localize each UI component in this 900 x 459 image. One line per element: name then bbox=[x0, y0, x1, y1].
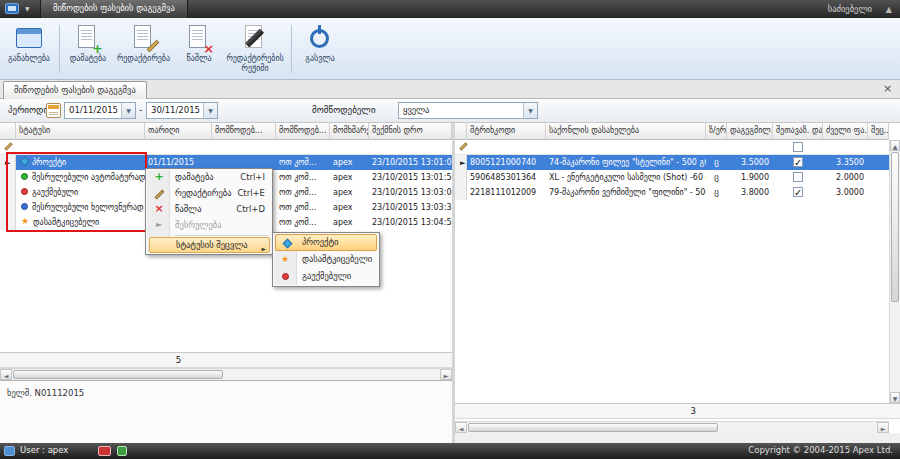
quick-access-caret-icon[interactable]: ▼ bbox=[25, 5, 30, 12]
edit-mode-button-label: რედაქტირების რეჟიმი bbox=[226, 54, 283, 73]
right-horizontal-scrollbar[interactable]: ◄ ► bbox=[455, 421, 889, 433]
exit-button[interactable]: გასვლა bbox=[297, 21, 343, 77]
edit-mode-button[interactable]: რედაქტირების რეჟიმი bbox=[224, 21, 286, 77]
auto-filter-row[interactable] bbox=[0, 140, 452, 155]
tab-price-planning[interactable]: მიწოდების ფასების დაგეგმვა bbox=[3, 81, 147, 99]
to-approve-status-icon: ★ bbox=[278, 252, 294, 267]
tab-close-icon[interactable]: × bbox=[881, 83, 894, 96]
cell-unit: ც bbox=[706, 170, 727, 185]
menu-item-edit[interactable]: რედაქტირება Ctrl+E bbox=[147, 186, 271, 202]
add-button[interactable]: + დამატება bbox=[65, 21, 111, 77]
ribbon-collapse-icon[interactable]: ▲ bbox=[886, 1, 892, 18]
focused-row-icon: ► bbox=[458, 159, 465, 167]
search-link[interactable]: საძიებელი bbox=[828, 1, 872, 18]
table-row[interactable]: 5906485301364 XL - ენერგეტიკული სასმელი … bbox=[455, 170, 900, 185]
edit-mode-icon bbox=[241, 24, 269, 52]
cell-status: შესრულებული ავტომატურად bbox=[16, 170, 145, 185]
header-supplier-1[interactable]: მომწოდებ... bbox=[212, 123, 276, 140]
context-menu: + დამატება Ctrl+I რედაქტირება Ctrl+E × წ… bbox=[145, 168, 273, 255]
header-status[interactable]: სტატუსი bbox=[16, 123, 145, 140]
scrollbar-thumb[interactable] bbox=[468, 423, 718, 432]
offer-checkbox[interactable] bbox=[793, 187, 803, 197]
cell-old-price: 2.0000 bbox=[823, 170, 868, 185]
date-to-field[interactable]: 30/11/2015 ▼ bbox=[146, 102, 218, 119]
menu-item-label: წაშლა bbox=[175, 204, 201, 214]
add-icon: + bbox=[74, 24, 102, 52]
cell-created: 23/10/2015 13:03:04 bbox=[369, 185, 452, 200]
row-indicator bbox=[0, 200, 16, 215]
auto-filter-icon bbox=[459, 142, 467, 150]
scrollbar-thumb[interactable] bbox=[891, 152, 899, 302]
row-count: 3 bbox=[546, 404, 706, 419]
refresh-button-label: განახლება bbox=[8, 54, 50, 64]
menu-item-label: შესრულება bbox=[175, 220, 221, 230]
cell-barcode: 8005121000740 bbox=[467, 155, 546, 170]
row-indicator bbox=[455, 170, 467, 185]
left-horizontal-scrollbar[interactable]: ◄ ► bbox=[0, 368, 452, 380]
auto-filter-row[interactable] bbox=[455, 140, 900, 155]
scroll-right-icon[interactable]: ► bbox=[440, 369, 452, 380]
header-supplier-2[interactable]: მომწოდებ... bbox=[276, 123, 330, 140]
app-menu-icon[interactable] bbox=[5, 3, 19, 14]
filter-bar: პერიოდი 01/11/2015 ▼ - 30/11/2015 ▼ მომწ… bbox=[0, 99, 900, 123]
offer-checkbox[interactable] bbox=[793, 157, 803, 167]
cell-supplier-2: ოთ კომ... bbox=[276, 215, 330, 230]
add-icon: + bbox=[151, 170, 167, 185]
cell-status: გაუქმებული bbox=[16, 185, 145, 200]
table-row[interactable]: 2218111012009 79-მაკარონი ვერმიშელი "ფილ… bbox=[455, 185, 900, 200]
header-product-name[interactable]: საქონლის დასახელება bbox=[546, 123, 706, 140]
ribbon-separator bbox=[59, 25, 60, 73]
submenu-item-project[interactable]: პროექტი bbox=[275, 234, 377, 251]
connection-status-icon[interactable] bbox=[117, 446, 127, 456]
scroll-down-icon[interactable]: ▼ bbox=[890, 392, 900, 403]
status-cancelled-icon bbox=[21, 188, 28, 195]
menu-item-add[interactable]: + დამატება Ctrl+I bbox=[147, 170, 271, 186]
scroll-left-icon[interactable]: ◄ bbox=[0, 369, 12, 380]
header-change[interactable]: შეც... bbox=[868, 123, 889, 140]
header-unit[interactable]: ზ/ერთ bbox=[706, 123, 727, 140]
header-user[interactable]: მომხმარებელი bbox=[330, 123, 369, 140]
header-old-price[interactable]: ძველი ფა... bbox=[823, 123, 868, 140]
submenu-item-label: გაუქმებული bbox=[302, 271, 351, 281]
right-grid-header: შტრიხკოდი საქონლის დასახელება ზ/ერთ დაგე… bbox=[455, 123, 900, 140]
dropdown-icon[interactable]: ▼ bbox=[203, 103, 217, 118]
alert-badge-icon[interactable] bbox=[98, 446, 111, 456]
cell-planned-price: 3.5000 bbox=[727, 155, 773, 170]
scrollbar-thumb[interactable] bbox=[13, 370, 223, 379]
supplier-combobox[interactable]: ყველა ▼ bbox=[398, 102, 538, 119]
header-created[interactable]: შექმნის დრო bbox=[369, 123, 452, 140]
dropdown-icon[interactable]: ▼ bbox=[121, 103, 135, 118]
calendar-icon[interactable] bbox=[46, 103, 61, 118]
scroll-right-icon[interactable]: ► bbox=[877, 422, 889, 433]
edit-button[interactable]: რედაქტირება bbox=[113, 21, 174, 77]
titlebar-tab[interactable]: მიწოდების ფასების დაგეგმვა bbox=[40, 0, 188, 18]
edit-icon bbox=[155, 190, 165, 200]
menu-item-change-status[interactable]: სტატუსის შეცვლა ► bbox=[149, 237, 270, 253]
cell-barcode: 2218111012009 bbox=[467, 185, 546, 200]
dropdown-icon[interactable]: ▼ bbox=[523, 103, 537, 118]
row-indicator: ► bbox=[0, 155, 16, 170]
submenu-item-cancelled[interactable]: გაუქმებული bbox=[274, 268, 378, 285]
scroll-left-icon[interactable]: ◄ bbox=[455, 422, 467, 433]
refresh-button[interactable]: განახლება bbox=[4, 21, 54, 77]
header-barcode[interactable]: შტრიხკოდი bbox=[467, 123, 546, 140]
scroll-up-icon[interactable]: ▲ bbox=[890, 140, 900, 151]
delete-button[interactable]: × წაშლა bbox=[176, 21, 222, 77]
detail-panel: ხელშ. N01112015 bbox=[0, 380, 452, 443]
copyright-text: Copyright © 2004-2015 Apex Ltd. bbox=[748, 445, 893, 455]
offer-checkbox[interactable] bbox=[793, 172, 803, 182]
header-planned-price[interactable]: დაგეგმილ... bbox=[727, 123, 773, 140]
panel-filler bbox=[455, 433, 900, 443]
date-from-field[interactable]: 01/11/2015 ▼ bbox=[64, 102, 136, 119]
submenu-arrow-icon: ► bbox=[261, 242, 266, 256]
contract-note: ხელშ. N01112015 bbox=[7, 388, 84, 398]
submenu-item-to-approve[interactable]: ★ დასამტკიცებელი bbox=[274, 251, 378, 268]
right-vertical-scrollbar[interactable]: ▲ ▼ bbox=[889, 140, 900, 403]
auto-filter-icon bbox=[4, 142, 12, 150]
filter-checkbox[interactable] bbox=[793, 142, 803, 152]
header-offer-check[interactable]: შეთავაზ. და... bbox=[773, 123, 823, 140]
menu-shortcut: Ctrl+D bbox=[236, 202, 265, 217]
menu-item-delete[interactable]: × წაშლა Ctrl+D bbox=[147, 202, 271, 218]
table-row[interactable]: ► 8005121000740 74-მაკარონი ფილეე "სტელი… bbox=[455, 155, 900, 170]
header-date[interactable]: თარიღი bbox=[145, 123, 212, 140]
